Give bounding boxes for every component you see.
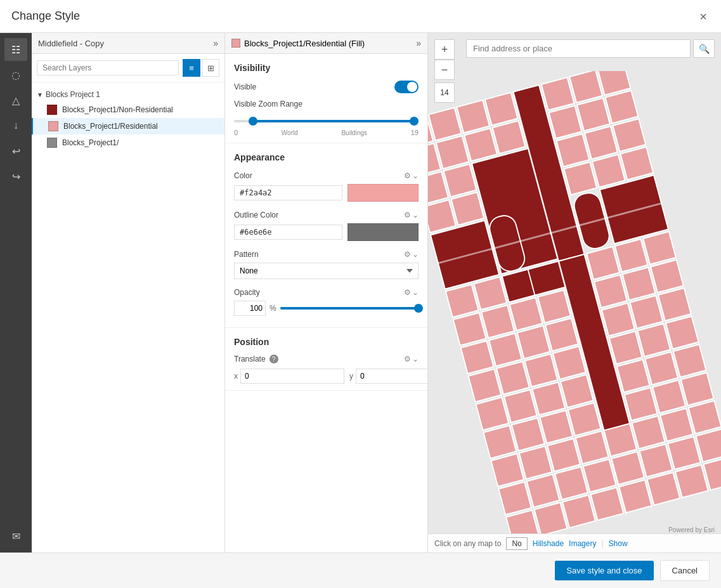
zoom-in-btn[interactable]: + (434, 39, 455, 60)
svg-rect-53 (609, 331, 642, 364)
toolbar-email-btn[interactable]: ✉ (4, 525, 27, 547)
close-button[interactable]: × (697, 8, 710, 25)
view-tile-btn[interactable]: ⊞ (202, 59, 219, 77)
translate-y-input[interactable]: 0 (356, 369, 428, 384)
map-search-btn[interactable]: 🔍 (693, 39, 715, 58)
outline-hex-input[interactable]: #6e6e6e (234, 225, 342, 240)
svg-rect-37 (594, 275, 627, 308)
zoom-fill (252, 120, 415, 122)
basemap-show-btn[interactable]: Show (609, 539, 628, 548)
svg-rect-59 (561, 375, 594, 408)
translate-x-input[interactable]: 0 (240, 369, 344, 384)
svg-rect-82 (555, 467, 588, 500)
toolbar-basemap-btn[interactable]: △ (4, 89, 27, 112)
pattern-gear-icon: ⚙ (404, 250, 411, 259)
color-gear-btn[interactable]: ⚙ ⌄ (404, 171, 419, 180)
visible-toggle[interactable] (394, 81, 419, 93)
zoom-out-btn[interactable]: − (434, 60, 455, 80)
zoom-label-left: World (282, 129, 298, 136)
pattern-select[interactable]: None Solid Diagonal Cross Dots (234, 263, 419, 279)
style-panel-collapse-btn[interactable]: » (416, 38, 421, 48)
layers-panel-header: Middlefield - Copy » (32, 33, 224, 54)
layer-item-blocks[interactable]: Blocks_Project1/ (32, 134, 224, 151)
svg-rect-17 (444, 164, 477, 197)
opacity-row: 100 % (234, 301, 419, 316)
search-icon: 🔍 (699, 44, 710, 54)
basemap-no-btn[interactable]: No (506, 537, 527, 550)
translate-chevron-icon: ⌄ (412, 355, 419, 363)
toolbar-undo-btn[interactable]: ↩ (4, 140, 27, 162)
layer-swatch-blocks (47, 138, 57, 148)
toolbar-download-btn[interactable]: ↓ (4, 114, 27, 137)
layer-group-header[interactable]: ▼ Blocks Project 1 (32, 88, 224, 101)
layer-swatch-non-residential (47, 105, 57, 115)
opacity-input[interactable]: 100 (234, 301, 266, 316)
pattern-label: Pattern (234, 250, 259, 259)
svg-rect-19 (585, 126, 618, 159)
style-icon: ◌ (11, 69, 20, 81)
svg-rect-83 (583, 459, 616, 492)
svg-rect-57 (504, 389, 537, 422)
svg-rect-33 (453, 313, 486, 346)
layers-panel-title: Middlefield - Copy (38, 39, 104, 48)
basemap-icon: △ (12, 95, 20, 107)
group-arrow-icon: ▼ (37, 91, 43, 98)
translate-x-field: x 0 (234, 369, 344, 384)
cancel-button[interactable]: Cancel (660, 560, 710, 581)
layer-item-non-residential[interactable]: Blocks_Project1/Non-Residential (32, 101, 224, 118)
svg-rect-13 (549, 106, 582, 139)
opacity-thumb[interactable] (414, 304, 423, 313)
outline-gear-btn[interactable]: ⚙ ⌄ (404, 211, 419, 219)
basemap-imagery-btn[interactable]: Imagery (569, 539, 596, 548)
svg-rect-85 (640, 444, 673, 477)
layers-panel-collapse-btn[interactable]: » (213, 38, 218, 48)
svg-rect-62 (645, 352, 678, 385)
svg-rect-51 (553, 346, 586, 379)
svg-rect-2 (457, 100, 490, 133)
save-style-button[interactable]: Save style and close (555, 561, 653, 580)
zoom-thumb-right[interactable] (410, 117, 419, 126)
layers-list: ▼ Blocks Project 1 Blocks_Project1/Non-R… (32, 82, 224, 156)
svg-rect-56 (476, 397, 509, 430)
view-list-btn[interactable]: ≡ (183, 59, 200, 77)
layer-swatch-residential (48, 121, 58, 131)
search-input[interactable] (37, 60, 179, 75)
color-field: Color ⚙ ⌄ #f2a4a2 (234, 171, 419, 202)
svg-rect-49 (497, 362, 529, 395)
chevron-down-icon: ⌄ (412, 171, 419, 180)
translate-row: x 0 y 0 (234, 369, 419, 384)
toolbar-layers-btn[interactable]: ☷ (4, 38, 27, 61)
redo-icon: ↪ (12, 171, 20, 183)
svg-rect-54 (637, 323, 670, 356)
map-controls: + − 14 (434, 39, 455, 103)
opacity-unit: % (270, 304, 276, 313)
pattern-header: Pattern ⚙ ⌄ (234, 250, 419, 259)
email-icon: ✉ (12, 530, 20, 542)
undo-icon: ↩ (12, 145, 20, 157)
zoom-thumb-left[interactable] (249, 117, 257, 126)
translate-gear-btn[interactable]: ⚙ ⌄ (404, 355, 419, 363)
layer-item-residential[interactable]: Blocks_Project1/Residential (32, 118, 224, 134)
pattern-gear-btn[interactable]: ⚙ ⌄ (404, 250, 419, 259)
opacity-gear-btn[interactable]: ⚙ ⌄ (404, 288, 419, 297)
toolbar-style-btn[interactable]: ◌ (4, 63, 27, 86)
modal-header: Change Style × (0, 0, 721, 33)
map-search-input[interactable] (466, 39, 691, 58)
map-search: 🔍 (466, 39, 715, 58)
svg-rect-64 (483, 426, 516, 459)
zoom-slider[interactable] (234, 115, 419, 127)
translate-x-label: x (234, 372, 238, 381)
outline-color-row: #6e6e6e (234, 223, 419, 241)
outline-swatch[interactable] (348, 223, 419, 241)
help-icon[interactable]: ? (270, 355, 278, 363)
color-hex-input[interactable]: #f2a4a2 (234, 185, 342, 200)
basemap-hillshade-btn[interactable]: Hillshade (533, 539, 564, 548)
appearance-section: Appearance Color ⚙ ⌄ #f2a4a2 (225, 143, 427, 328)
opacity-slider[interactable] (280, 307, 419, 310)
toolbar-redo-btn[interactable]: ↪ (4, 165, 27, 188)
svg-rect-58 (532, 382, 565, 415)
outline-chevron-icon: ⌄ (412, 211, 419, 219)
svg-rect-25 (620, 147, 653, 180)
color-swatch[interactable] (348, 184, 419, 202)
zoom-range-row: Visible Zoom Range (234, 100, 419, 108)
